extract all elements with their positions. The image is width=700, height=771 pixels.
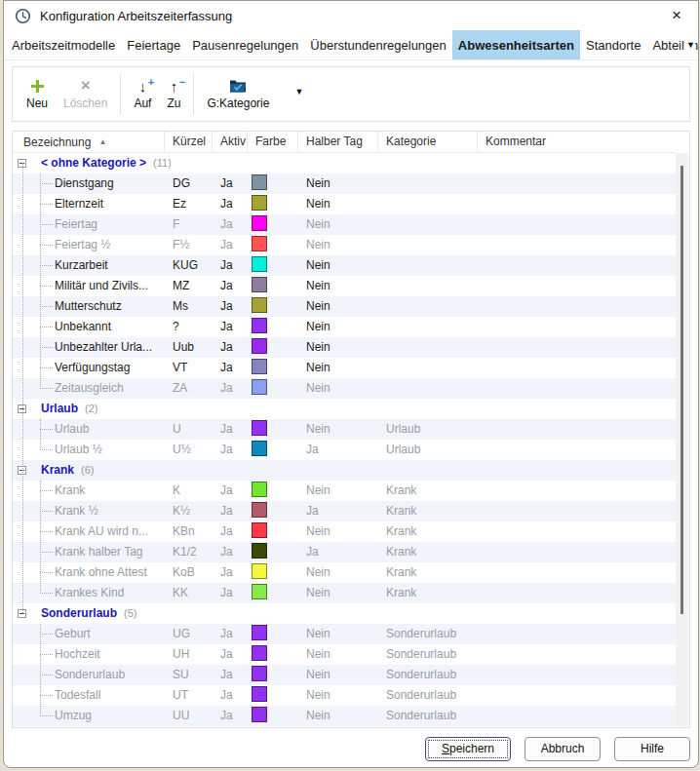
cell-kuerzel: UG (165, 624, 213, 644)
toolbar-button-label: G:Kategorie (207, 96, 269, 110)
table-row[interactable]: KrankKJaNeinKrank (13, 481, 676, 501)
cell-kuerzel: F½ (165, 235, 213, 255)
close-button[interactable]: × (655, 1, 698, 30)
toolbar-separator (193, 74, 194, 115)
vertical-scrollbar[interactable] (676, 153, 688, 726)
group-count: (5) (124, 607, 136, 619)
category-group: < ohne Kategorie >(11)DienstgangDGJaNein… (13, 153, 676, 399)
color-swatch (252, 297, 267, 313)
table-body: < ohne Kategorie >(11)DienstgangDGJaNein… (13, 153, 676, 727)
cell-kommentar (478, 665, 676, 685)
help-button[interactable]: Hilfe (614, 737, 690, 761)
tab-bar: ArbeitszeitmodelleFeiertagePausenregelun… (4, 30, 698, 60)
table-row[interactable]: HochzeitUHJaNeinSonderurlaub (13, 644, 676, 665)
table-row[interactable]: MutterschutzMsJaNein (13, 296, 676, 317)
column-header-bezeichnung[interactable]: Bezeichnung▲ (13, 132, 165, 152)
column-header-farbe[interactable]: Farbe (248, 132, 298, 152)
table-row[interactable]: UmzugUUJaNeinSonderurlaub (13, 706, 676, 726)
group-row[interactable]: Urlaub(2) (13, 399, 676, 419)
cell-bezeichnung: Unbezahlter Urla... (13, 337, 165, 358)
toolbar-button-g-kategorie[interactable]: G:Kategorie (199, 76, 277, 112)
cell-kategorie: Sonderurlaub (378, 665, 478, 685)
table-row[interactable]: Feiertag ½F½JaNein (13, 235, 676, 255)
toolbar-button-zu[interactable]: ↑−Zu (159, 76, 188, 112)
scrollbar-thumb[interactable] (681, 166, 683, 614)
category-folder-icon (229, 78, 247, 94)
table-row[interactable]: Krank halber TagK1/2JaJaKrank (13, 542, 676, 562)
color-swatch (252, 543, 267, 559)
tab-scroll-chevron-down-icon[interactable]: ▼ (684, 30, 695, 59)
cell-bezeichnung: Feiertag ½ (13, 235, 165, 255)
table-row[interactable]: GeburtUGJaNeinSonderurlaub (13, 624, 676, 644)
toolbar-buttons: Neu×Löschen↓+Auf↑−ZuG:Kategorie (19, 74, 277, 115)
toolbar-button-label: Auf (134, 96, 151, 110)
color-swatch (252, 502, 267, 518)
cell-aktiv: Ja (213, 521, 248, 542)
column-header-kategorie[interactable]: Kategorie (378, 132, 478, 152)
column-header-kuerzel[interactable]: Kürzel (165, 132, 213, 152)
cell-kuerzel: ? (165, 317, 213, 337)
table-row[interactable]: DienstgangDGJaNein (13, 173, 676, 194)
tab-standorte[interactable]: Standorte (580, 30, 646, 59)
table-row[interactable]: Krank AU wird n...KBnJaNeinKrank (13, 521, 676, 542)
tab-arbeitszeitmodelle[interactable]: Arbeitszeitmodelle (6, 30, 121, 59)
dialog-window: Konfiguration Arbeitszeiterfassung × Arb… (3, 0, 699, 768)
table-row[interactable]: Militär und Zivils...MZJaNein (13, 276, 676, 296)
column-header-aktiv[interactable]: Aktiv (213, 132, 248, 152)
cell-kategorie (378, 173, 478, 194)
table-row[interactable]: ElternzeitEzJaNein (13, 194, 676, 214)
table-row[interactable]: UrlaubUJaNeinUrlaub (13, 419, 676, 440)
tree-branch-line (40, 624, 41, 716)
column-header-halber-tag[interactable]: Halber Tag (298, 132, 378, 152)
group-row[interactable]: < ohne Kategorie >(11) (13, 153, 676, 173)
table-row[interactable]: KurzarbeitKUGJaNein (13, 255, 676, 276)
cell-bezeichnung: Krank halber Tag (13, 542, 165, 562)
cell-aktiv: Ja (213, 542, 248, 562)
table-row[interactable]: Krank ohne AttestKoBJaNeinKrank (13, 562, 676, 583)
cell-farbe (248, 358, 298, 378)
cell-kuerzel: U (165, 419, 213, 440)
table-row[interactable]: Unbekannt?JaNein (13, 317, 676, 337)
cell-kuerzel: Ms (165, 296, 213, 317)
group-row[interactable]: Krank(6) (13, 460, 676, 481)
arrow-down-plus-icon: ↓+ (139, 78, 147, 94)
tab-pausenregelungen[interactable]: Pausenregelungen (186, 30, 304, 59)
table-row[interactable]: Krank ½K½JaJaKrank (13, 501, 676, 521)
color-swatch (252, 256, 267, 272)
cell-aktiv: Ja (213, 419, 248, 440)
toolbar-separator (120, 74, 121, 115)
cancel-button[interactable]: Abbruch (525, 737, 601, 761)
table-row[interactable]: SonderurlaubSUJaNeinSonderurlaub (13, 665, 676, 685)
cell-kategorie: Krank (378, 562, 478, 583)
table-row[interactable]: TodesfallUTJaNeinSonderurlaub (13, 685, 676, 706)
table-row[interactable]: Urlaub ½U½JaJaUrlaub (13, 440, 676, 460)
cell-aktiv: Ja (213, 235, 248, 255)
table-row[interactable]: Unbezahlter Urla...UubJaNein (13, 337, 676, 358)
tab-feiertage[interactable]: Feiertage (121, 30, 186, 59)
tab-ueberstundenregelungen[interactable]: Überstundenregelungen (304, 30, 452, 59)
cell-aktiv: Ja (213, 501, 248, 521)
cell-kategorie: Krank (378, 521, 478, 542)
cell-farbe (248, 706, 298, 726)
table-row[interactable]: FeiertagFJaNein (13, 214, 676, 235)
cell-kuerzel: KUG (165, 255, 213, 276)
group-row[interactable]: Sonderurlaub(5) (13, 603, 676, 624)
table-row[interactable]: Krankes KindKKJaNeinKrank (13, 583, 676, 603)
table-row[interactable]: ZeitausgleichZAJaNein (13, 378, 676, 399)
toolbar-button-neu[interactable]: Neu (19, 76, 56, 112)
save-button[interactable]: Speichern (425, 737, 511, 761)
group-label: Sonderurlaub (41, 606, 117, 620)
cell-bezeichnung: Umzug (13, 706, 165, 726)
column-header-kommentar[interactable]: Kommentar (478, 132, 676, 152)
cell-kommentar (478, 685, 676, 706)
table-row[interactable]: VerfügungstagVTJaNein (13, 358, 676, 378)
cell-kategorie: Krank (378, 481, 478, 501)
cell-kommentar (478, 521, 676, 542)
footer-buttons: SpeichernAbbruchHilfe (4, 728, 698, 768)
button-label: Speichern (442, 742, 494, 755)
toolbar-button-auf[interactable]: ↓+Auf (126, 76, 159, 112)
cell-aktiv: Ja (213, 255, 248, 276)
tab-abwesenheitsarten[interactable]: Abwesenheitsarten (452, 30, 580, 59)
category-dropdown-chevron-icon[interactable]: ▼ (294, 87, 303, 102)
group-count: (6) (81, 464, 94, 476)
